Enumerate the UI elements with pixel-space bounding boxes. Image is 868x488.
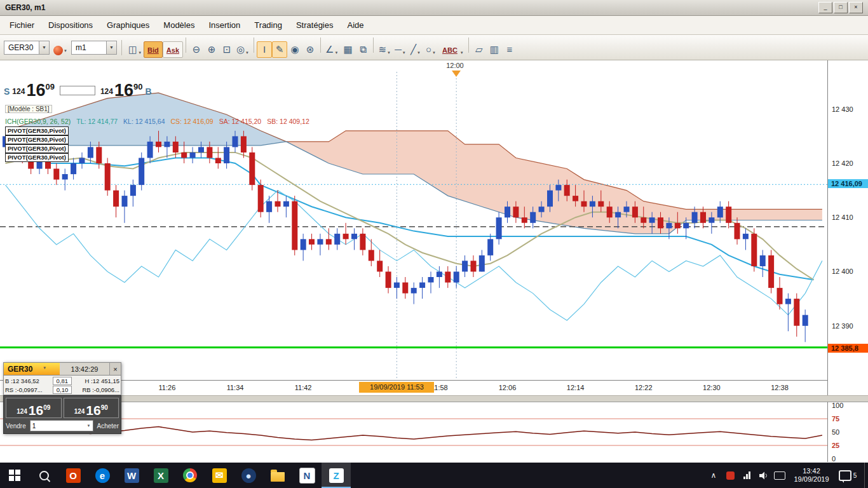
word-app-icon-glyph: W <box>125 468 139 483</box>
time-axis-label: 12:22 <box>632 384 655 391</box>
ticket-clock: 13:42:29 <box>60 363 109 375</box>
chart-type-button[interactable]: ◫▼ <box>126 41 144 58</box>
onenote-app-icon[interactable]: N <box>292 463 322 488</box>
bid-button[interactable]: Bid <box>144 41 163 58</box>
session-time-label: 12:00 <box>446 62 464 69</box>
price-axis[interactable]: 12 43012 42012 41012 40012 39012 416,091… <box>827 60 868 395</box>
show-desktop-button[interactable] <box>864 463 868 488</box>
ticket-trade-panel: 124 16 09 124 16 90 Vendre 1 ▼ Acheter <box>3 395 121 434</box>
instrument-sphere-icon <box>53 46 63 55</box>
buy-display-big: 16 <box>86 405 100 416</box>
trendline-button[interactable]: ╱▼ <box>408 41 423 58</box>
instrument-color-button[interactable]: ▼ <box>51 39 69 56</box>
start-button[interactable] <box>0 463 29 488</box>
volume-button[interactable] <box>755 463 771 488</box>
platform-app-icon[interactable]: Z <box>322 463 351 488</box>
buy-price-small: 124 <box>100 87 113 96</box>
ellipse-button[interactable]: ○▼ <box>423 41 438 58</box>
chart-window-button[interactable]: ⧉ <box>355 41 370 58</box>
timeframe-combo-value: m1 <box>72 43 106 52</box>
security-app-icon[interactable]: ● <box>234 463 263 488</box>
mail-app-icon[interactable]: ✉ <box>205 463 234 488</box>
action-center-button[interactable]: 5 <box>835 463 860 488</box>
symbol-combo[interactable]: GER30 ▼ <box>4 41 50 55</box>
menu-graphiques[interactable]: Graphiques <box>100 18 156 32</box>
buy-price-display[interactable]: 124 16 90 <box>64 398 119 418</box>
ask-button[interactable]: Ask <box>163 41 183 58</box>
timeframe-combo[interactable]: m1 ▼ <box>71 41 117 55</box>
visibility-button[interactable]: ◉ <box>287 41 302 58</box>
buy-display-small: 124 <box>74 408 85 415</box>
ellipse-button-caret: ▼ <box>432 51 436 55</box>
menu-dispositions[interactable]: Dispositions <box>41 18 100 32</box>
folder-icon <box>271 472 285 482</box>
sell-price-display[interactable]: 124 16 09 <box>6 398 62 418</box>
price-axis-label: 12 430 <box>832 105 853 113</box>
measure-button[interactable]: ∠▼ <box>323 41 340 58</box>
toolbar: GER30 ▼ ▼ m1 ▼ ◫▼BidAsk⊖⊕⊡◎▼I✎◉⊛∠▼▦⧉≋▼─▼… <box>0 35 868 60</box>
tray-expand-button[interactable]: ∧ <box>705 463 722 488</box>
dealing-ticket: GER30 ▼ 13:42:29 × B :12 346,52 0,81 H :… <box>3 362 121 434</box>
more-tools-button-glyph: ≡ <box>506 42 512 57</box>
magnifier-button[interactable]: ◎▼ <box>234 41 251 58</box>
toolbar-separator <box>468 37 469 53</box>
office-app-icon[interactable]: O <box>58 463 88 488</box>
rest[interactable]: □ <box>834 2 848 13</box>
image-button-glyph: ▦ <box>343 42 352 57</box>
symbol-combo-caret[interactable]: ▼ <box>39 41 49 54</box>
eraser-button[interactable]: ▱ <box>471 41 487 58</box>
menu-modles[interactable]: Modèles <box>156 18 201 32</box>
sell-prefix: S <box>4 86 10 97</box>
menu-stratgies[interactable]: Stratégies <box>289 18 341 32</box>
chrome-icon <box>183 468 197 482</box>
zoom-window-button[interactable]: ⊡ <box>219 41 234 58</box>
more-tools-button[interactable]: ≡ <box>502 41 517 58</box>
minimize-button[interactable]: _ <box>818 2 832 13</box>
quantity-select[interactable]: 1 ▼ <box>30 420 93 431</box>
menu-aide[interactable]: Aide <box>341 18 371 32</box>
taskbar-search-button[interactable] <box>29 463 58 488</box>
oscillator-canvas[interactable] <box>0 402 827 463</box>
keyboard-button[interactable] <box>771 463 788 488</box>
ticket-info: B :12 346,52 0,81 H :12 451,15 RS :-0,09… <box>3 376 121 395</box>
ticket-close-button[interactable]: × <box>109 363 121 375</box>
order-size-input[interactable] <box>60 86 95 95</box>
cursor-tool-button[interactable]: I <box>257 41 272 58</box>
magnifier-button-caret: ▼ <box>245 51 249 55</box>
symbol-combo-value: GER30 <box>4 43 39 52</box>
chrome-app-icon[interactable] <box>175 463 205 488</box>
sell-button[interactable]: Vendre <box>6 423 26 430</box>
taskbar-clock[interactable]: 13:42 19/09/2019 <box>788 467 835 484</box>
time-axis-label: 12:38 <box>768 384 791 391</box>
ticket-rb-info: RB :-0,0906... <box>82 386 119 393</box>
pivot-label: PIVOT(GER30,Pivot) <box>5 135 69 144</box>
horizontal-line-button-caret: ▼ <box>402 51 406 55</box>
ticket-symbol[interactable]: GER30 ▼ <box>4 363 60 375</box>
menu-insertion[interactable]: Insertion <box>201 18 247 32</box>
network-button[interactable] <box>738 463 755 488</box>
horizontal-line-button[interactable]: ─▼ <box>393 41 408 58</box>
explorer-app-icon[interactable] <box>263 463 292 488</box>
excel-app-icon[interactable]: X <box>146 463 175 488</box>
price-axis-label: 12 390 <box>832 322 853 330</box>
word-app-icon[interactable]: W <box>117 463 146 488</box>
tray-app-icon[interactable] <box>722 463 738 488</box>
text-tool-button[interactable]: ABC▼ <box>438 41 466 58</box>
buy-button[interactable]: Acheter <box>97 423 119 430</box>
web-link-button[interactable]: ⊛ <box>302 41 318 58</box>
close-button[interactable]: × <box>849 2 863 13</box>
statistics-button[interactable]: ▥ <box>487 41 502 58</box>
image-button[interactable]: ▦ <box>340 41 355 58</box>
edge-app-icon[interactable]: e <box>88 463 117 488</box>
pattern-button[interactable]: ≋▼ <box>376 41 393 58</box>
annotation-button[interactable]: ✎ <box>272 41 287 58</box>
menu-fichier[interactable]: Fichier <box>3 18 41 32</box>
menu-trading[interactable]: Trading <box>247 18 289 32</box>
zoom-in-button[interactable]: ⊕ <box>204 41 219 58</box>
main-chart-canvas[interactable] <box>0 60 827 380</box>
legend-item: ICH(GER30,9, 26, 52) <box>5 118 71 125</box>
timeframe-combo-caret[interactable]: ▼ <box>106 41 116 54</box>
time-axis[interactable]: 11:2611:3411:4211:5812:0612:1412:2212:30… <box>0 380 827 395</box>
oscillator-axis-label: 75 <box>832 415 839 423</box>
zoom-out-button[interactable]: ⊖ <box>189 41 204 58</box>
